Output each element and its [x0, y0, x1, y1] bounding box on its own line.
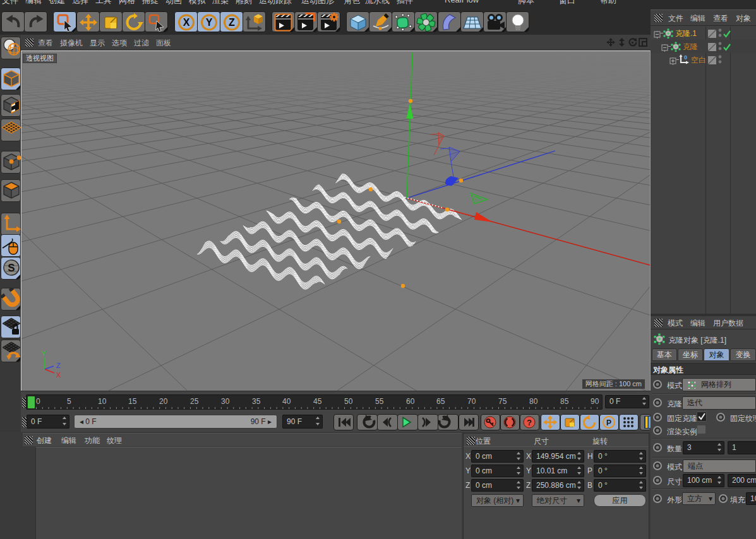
- svg-text:Y: Y: [206, 17, 213, 28]
- svg-text:Z: Z: [56, 362, 61, 369]
- svg-text:Y: Y: [42, 350, 47, 357]
- svg-text:S: S: [8, 262, 15, 274]
- svg-text:Z: Z: [229, 17, 235, 28]
- svg-text:X: X: [56, 371, 61, 379]
- svg-text:P: P: [606, 418, 611, 427]
- svg-text:?: ?: [527, 418, 532, 427]
- svg-text:X: X: [183, 17, 190, 28]
- svg-text:0: 0: [684, 54, 687, 61]
